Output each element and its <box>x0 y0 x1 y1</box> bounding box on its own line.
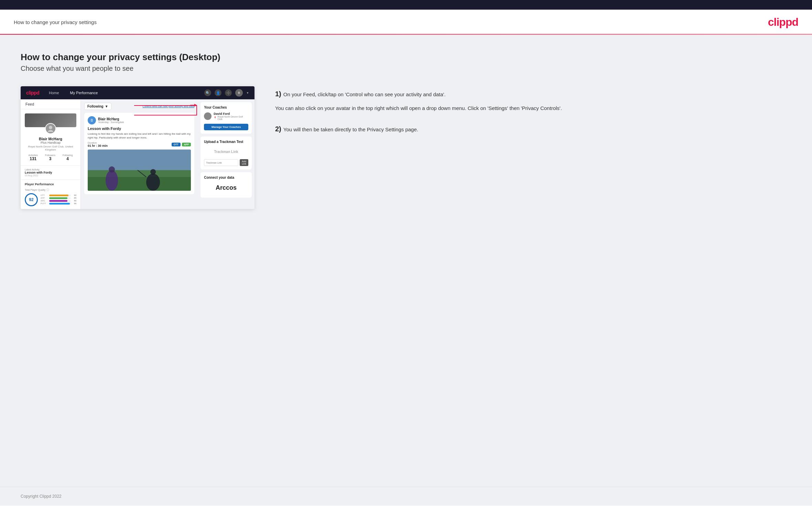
content-row: clippd Home My Performance 🔍 👤 ➕ B ▼ Fee… <box>21 86 791 209</box>
coach-avatar <box>204 112 212 120</box>
coach-item: David Ford 📍 Royal North Devon Golf Club <box>204 112 248 120</box>
following-button[interactable]: Following ▼ <box>84 103 111 110</box>
app-navbar: clippd Home My Performance 🔍 👤 ➕ B ▼ <box>21 86 255 99</box>
nav-chevron-icon: ▼ <box>246 91 249 95</box>
svg-point-10 <box>106 170 118 191</box>
activity-card: B Blair McHarg Yesterday · Sunningdale L… <box>84 113 194 194</box>
info-icon: ⓘ <box>46 188 49 192</box>
svg-point-1 <box>48 130 53 132</box>
add-icon: ➕ <box>225 89 232 96</box>
pin-icon: 📍 <box>214 117 217 119</box>
user-avatar-area <box>25 113 76 134</box>
tag-app: APP <box>182 143 191 146</box>
instructions-panel: 1) On your Feed, click/tap on 'Control w… <box>268 86 791 146</box>
app-sidebar: Feed Blair McHarg Plus Handicap Royal No… <box>21 99 81 209</box>
feed-tab: Feed <box>21 99 80 109</box>
coach-club: 📍 Royal North Devon Golf Club <box>214 115 248 120</box>
add-link-button[interactable]: Add Link <box>240 159 248 166</box>
duration-info: Duration 01 hr : 30 min <box>88 142 108 147</box>
trackman-input[interactable] <box>204 159 238 166</box>
chevron-down-icon: ▼ <box>105 104 108 108</box>
svg-rect-6 <box>88 177 191 191</box>
control-privacy-link[interactable]: Control who can see your activity and da… <box>142 105 194 108</box>
svg-point-8 <box>150 169 156 175</box>
activity-description: Looking to feel like my hands are exitin… <box>88 132 191 140</box>
player-performance: Player Performance Total Player Quality … <box>21 180 80 209</box>
nav-home: Home <box>47 90 60 96</box>
quality-score: 92 <box>25 193 38 206</box>
red-arrow-annotation <box>190 102 197 108</box>
user-profile-card: Blair McHarg Plus Handicap Royal North D… <box>21 109 80 166</box>
trackman-input-row: Add Link <box>204 159 248 166</box>
app-right-sidebar: Your Coaches David Ford 📍 Royal North De… <box>198 99 255 209</box>
activity-user-info: Blair McHarg Yesterday · Sunningdale <box>98 117 124 123</box>
bar-app: APP 85 <box>41 197 76 199</box>
arccos-brand: Arccos <box>204 181 248 194</box>
svg-point-0 <box>49 126 52 129</box>
svg-point-11 <box>109 166 115 173</box>
bar-arg: ARG 86 <box>41 200 76 202</box>
step1-text: On your Feed, click/tap on 'Control who … <box>283 90 446 99</box>
step2-text: You will then be taken directly to the P… <box>283 125 418 134</box>
copyright-text: Copyright Clippd 2022 <box>21 494 62 499</box>
page-subtitle: Choose what you want people to see <box>21 65 791 73</box>
user-club: Royal North Devon Golf Club, United King… <box>25 145 76 151</box>
bar-ott: OTT 90 <box>41 194 76 196</box>
latest-activity: Latest Activity Lesson with Fordy 03 Aug… <box>21 166 80 180</box>
stat-followers: Followers 3 <box>45 154 55 161</box>
manage-coaches-button[interactable]: Manage Your Coaches <box>204 124 248 130</box>
activity-title: Lesson with Fordy <box>88 126 191 131</box>
app-body: Feed Blair McHarg Plus Handicap Royal No… <box>21 99 255 209</box>
app-screenshot: clippd Home My Performance 🔍 👤 ➕ B ▼ Fee… <box>21 86 255 209</box>
trackman-widget: Upload a Trackman Test Trackman Link Add… <box>201 136 252 169</box>
app-logo: clippd <box>26 90 39 96</box>
app-feed: Following ▼ Control who can see your act… <box>81 99 198 209</box>
activity-user-avatar: B <box>88 116 96 124</box>
nav-icons: 🔍 👤 ➕ B ▼ <box>204 89 249 97</box>
quality-label: Total Player Quality ⓘ <box>25 188 76 192</box>
footer: Copyright Clippd 2022 <box>0 487 812 506</box>
clippd-logo: clippd <box>768 16 798 29</box>
user-stats: Activities 131 Followers 3 Following 4 <box>25 154 76 161</box>
coach-info: David Ford 📍 Royal North Devon Golf Club <box>214 112 248 120</box>
coaches-widget-title: Your Coaches <box>204 106 248 109</box>
page-breadcrumb: How to change your privacy settings <box>14 19 97 25</box>
step2-header: 2) You will then be taken directly to th… <box>275 125 791 134</box>
connect-widget: Connect your data Arccos <box>201 172 252 198</box>
instruction-step-1: 1) On your Feed, click/tap on 'Control w… <box>275 90 791 112</box>
stat-activities: Activities 131 <box>28 154 38 161</box>
top-bar <box>0 0 812 10</box>
quality-bars: OTT 90 APP <box>41 194 76 205</box>
step1-header: 1) On your Feed, click/tap on 'Control w… <box>275 90 791 99</box>
user-avatar <box>45 123 56 134</box>
coaches-widget: Your Coaches David Ford 📍 Royal North De… <box>201 102 252 134</box>
activity-header: B Blair McHarg Yesterday · Sunningdale <box>88 116 191 124</box>
search-icon: 🔍 <box>204 89 211 96</box>
user-handicap: Plus Handicap <box>25 141 76 144</box>
step1-extra-text: You can also click on your avatar in the… <box>275 104 791 112</box>
tag-badges: OTT APP <box>172 143 191 146</box>
svg-point-7 <box>146 174 160 191</box>
nav-my-performance: My Performance <box>69 90 99 96</box>
activity-image <box>88 150 191 191</box>
header: How to change your privacy settings clip… <box>0 10 812 34</box>
trackman-big-title: Trackman Link <box>204 146 248 157</box>
svg-marker-3 <box>194 104 197 107</box>
user-avatar-nav: B <box>235 89 243 97</box>
main-content: How to change your privacy settings (Des… <box>0 35 812 487</box>
tag-ott: OTT <box>172 143 181 146</box>
quality-row: 92 OTT 90 APP <box>25 193 76 206</box>
page-title: How to change your privacy settings (Des… <box>21 52 791 63</box>
bar-putt: PUTT 96 <box>41 202 76 205</box>
following-row: Following ▼ Control who can see your act… <box>84 103 194 110</box>
duration-row: Duration 01 hr : 30 min OTT APP <box>88 142 191 147</box>
connect-title: Connect your data <box>204 176 248 179</box>
instruction-step-2: 2) You will then be taken directly to th… <box>275 125 791 134</box>
stat-following: Following 4 <box>63 154 73 161</box>
step1-number: 1) <box>275 90 281 98</box>
step2-number: 2) <box>275 125 281 133</box>
user-name: Blair McHarg <box>25 137 76 141</box>
person-icon: 👤 <box>215 89 221 96</box>
